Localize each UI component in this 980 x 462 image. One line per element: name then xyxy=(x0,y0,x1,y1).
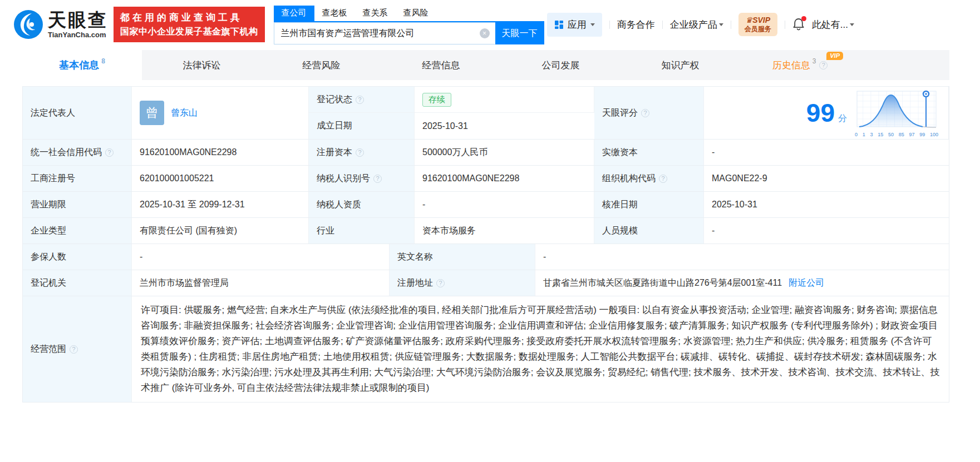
reg-capital-value: 500000万人民币 xyxy=(415,140,594,165)
taxpayer-quality-value: - xyxy=(415,192,594,217)
vip-badge: VIP xyxy=(826,52,843,60)
org-code-label: 组织机构代码? xyxy=(594,166,704,191)
company-info-table: 法定代表人 曾 曾东山 登记状态? 存续 天眼评分? 99 分 xyxy=(22,86,949,403)
tab-operating-info[interactable]: 经营信息 xyxy=(381,50,501,80)
table-row: 经营范围? 许可项目: 供暖服务; 燃气经营; 自来水生产与供应 (依法须经批准… xyxy=(23,296,949,403)
business-scope-label: 经营范围? xyxy=(23,296,132,402)
legal-rep-link[interactable]: 曾东山 xyxy=(171,107,198,119)
approval-date-label: 核准日期 xyxy=(594,192,704,217)
user-account-menu[interactable]: 此处有... xyxy=(812,18,854,31)
help-icon[interactable]: ? xyxy=(659,175,667,183)
chevron-down-icon xyxy=(719,23,723,28)
svip-service-label: 会员服务 xyxy=(745,25,771,33)
crown-icon: ♛ xyxy=(746,16,753,24)
legal-rep-label: 法定代表人 xyxy=(23,87,132,139)
promo-line1: 都在用的商业查询工具 xyxy=(120,12,258,24)
est-date-value: 2025-10-31 xyxy=(415,113,594,139)
english-name-label: 英文名称 xyxy=(390,244,535,270)
search-button[interactable]: 天眼一下 xyxy=(495,22,544,44)
table-row: 参保人数 - 英文名称 - xyxy=(23,244,949,270)
org-code-value: MAG0NE22-9 xyxy=(704,166,949,191)
tab-company-development[interactable]: 公司发展 xyxy=(501,50,620,80)
est-date-label: 成立日期 xyxy=(309,113,415,139)
search-tab-company[interactable]: 查公司 xyxy=(274,6,314,21)
tab-count: 3 xyxy=(812,57,816,65)
help-icon[interactable]: ? xyxy=(105,148,114,157)
apps-menu-button[interactable]: 应用 xyxy=(547,13,602,37)
search-tabs: 查公司 查老板 查关系 查风险 xyxy=(274,6,544,22)
tab-operating-risk[interactable]: 经营风险 xyxy=(262,50,381,80)
help-icon[interactable]: ? xyxy=(436,279,445,287)
industry-label: 行业 xyxy=(309,218,415,244)
svip-label: SVIP xyxy=(752,16,770,24)
logo-title: 天眼查 xyxy=(48,11,108,29)
taxpayer-id-label: 纳税人识别号? xyxy=(309,166,415,191)
reg-authority-label: 登记机关 xyxy=(23,270,132,296)
enterprise-products-link[interactable]: 企业级产品 xyxy=(670,18,723,31)
score-value: 99 xyxy=(806,100,835,126)
search-tab-risk[interactable]: 查风险 xyxy=(396,6,436,21)
paid-capital-value: - xyxy=(704,140,949,165)
tianyancha-logo[interactable]: 天眼查 TianYanCha.com xyxy=(13,9,108,39)
avatar[interactable]: 曾 xyxy=(140,101,164,125)
company-type-value: 有限责任公司 (国有独资) xyxy=(132,218,309,244)
business-cooperation-link[interactable]: 商务合作 xyxy=(617,18,655,31)
chevron-down-icon xyxy=(850,23,854,28)
reg-address-value: 甘肃省兰州市城关区临夏路街道中山路276号第4层001室-411 xyxy=(543,277,782,289)
reg-authority-value: 兰州市市场监督管理局 xyxy=(132,270,390,296)
header-nav: 应用 商务合作 企业级产品 ♛SVIP 会员服务 此处有... xyxy=(547,13,854,37)
tab-basic-info[interactable]: 基本信息8 xyxy=(22,50,142,80)
search-tab-relation[interactable]: 查关系 xyxy=(355,6,396,21)
table-row: 统一社会信用代码? 91620100MAG0NE2298 注册资本? 50000… xyxy=(23,140,949,166)
divider xyxy=(662,21,663,29)
reg-number-value: 620100001005221 xyxy=(132,166,309,191)
score-label: 天眼评分? xyxy=(594,87,704,139)
score-cell: 99 分 xyxy=(704,87,949,139)
search-block: 查公司 查老板 查关系 查风险 × 天眼一下 xyxy=(274,6,544,44)
tab-history-info[interactable]: VIP 历史信息3 ? xyxy=(740,50,860,80)
reg-status-label: 登记状态? xyxy=(309,87,415,113)
clear-search-icon[interactable]: × xyxy=(480,28,490,38)
svip-member-button[interactable]: ♛SVIP 会员服务 xyxy=(738,13,777,37)
tab-legal-proceedings[interactable]: 法律诉讼 xyxy=(142,50,262,80)
insured-count-value: - xyxy=(132,244,390,270)
table-row: 企业类型 有限责任公司 (国有独资) 行业 资本市场服务 人员规模 - xyxy=(23,218,949,244)
taxpayer-id-value: 91620100MAG0NE2298 xyxy=(415,166,594,191)
help-icon[interactable]: ? xyxy=(356,148,364,157)
divider xyxy=(785,21,785,29)
help-icon[interactable]: ? xyxy=(819,61,828,69)
apps-grid-icon xyxy=(554,20,564,29)
nearby-companies-link[interactable]: 附近公司 xyxy=(789,277,824,289)
industry-value: 资本市场服务 xyxy=(415,218,594,244)
section-tabbar: 基本信息8 法律诉讼 经营风险 经营信息 公司发展 知识产权 VIP 历史信息3… xyxy=(22,50,949,80)
search-tab-boss[interactable]: 查老板 xyxy=(314,6,355,21)
promo-banner: 都在用的商业查询工具 国家中小企业发展子基金旗下机构 xyxy=(114,7,265,42)
score-axis: 0131550859799100 xyxy=(855,132,938,137)
notification-bell-icon[interactable] xyxy=(792,18,805,31)
help-icon[interactable]: ? xyxy=(70,345,78,354)
tab-intellectual-property[interactable]: 知识产权 xyxy=(620,50,740,80)
tianyancha-logo-icon xyxy=(13,9,43,39)
help-icon[interactable]: ? xyxy=(641,109,649,117)
search-input[interactable] xyxy=(274,28,495,38)
top-header: 天眼查 TianYanCha.com 都在用的商业查询工具 国家中小企业发展子基… xyxy=(0,0,980,49)
staff-size-label: 人员规模 xyxy=(594,218,704,244)
company-type-label: 企业类型 xyxy=(23,218,132,244)
help-icon[interactable]: ? xyxy=(356,96,364,104)
notification-dot xyxy=(801,16,806,21)
apps-label: 应用 xyxy=(568,18,587,31)
promo-line2: 国家中小企业发展子基金旗下机构 xyxy=(120,26,258,38)
divider xyxy=(609,21,610,29)
insured-count-label: 参保人数 xyxy=(23,244,132,270)
credit-code-label: 统一社会信用代码? xyxy=(23,140,132,165)
reg-address-label: 注册地址? xyxy=(390,270,535,296)
score-unit: 分 xyxy=(838,113,847,125)
credit-code-value: 91620100MAG0NE2298 xyxy=(132,140,309,165)
approval-date-value: 2025-10-31 xyxy=(704,192,949,217)
staff-size-value: - xyxy=(704,218,949,244)
table-row: 登记机关 兰州市市场监督管理局 注册地址? 甘肃省兰州市城关区临夏路街道中山路2… xyxy=(23,270,949,296)
business-term-label: 营业期限 xyxy=(23,192,132,217)
reg-capital-label: 注册资本? xyxy=(309,140,415,165)
help-icon[interactable]: ? xyxy=(373,175,382,183)
english-name-value: - xyxy=(535,244,949,270)
